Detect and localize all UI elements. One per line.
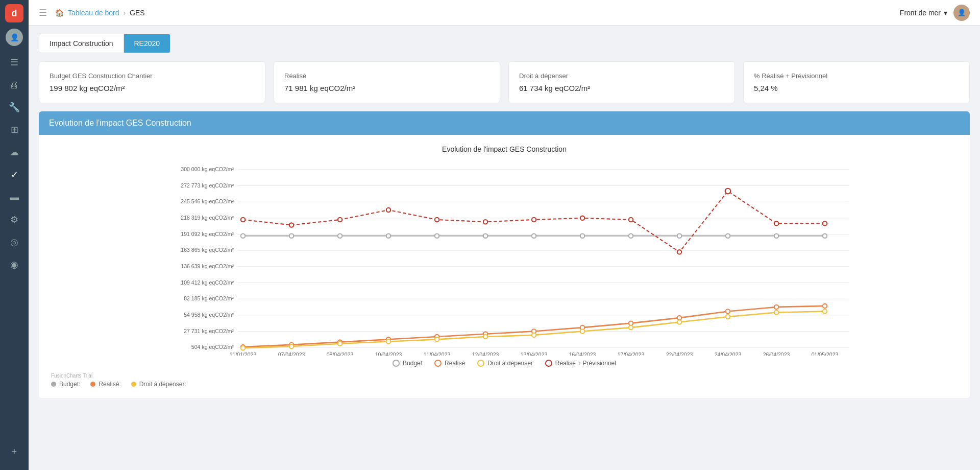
svg-text:01/05/2023: 01/05/2023 — [812, 351, 839, 356]
bottom-dot-budget — [51, 382, 56, 387]
legend-rp-dot — [545, 360, 552, 367]
chart-section-title: Evolution de l'impact GES Construction — [49, 119, 191, 127]
svg-point-66 — [386, 339, 390, 343]
bottom-legend-droit: Droit à dépenser: — [131, 381, 186, 388]
svg-point-67 — [435, 337, 439, 341]
svg-point-27 — [386, 233, 390, 238]
svg-point-69 — [532, 333, 536, 337]
svg-point-72 — [677, 320, 681, 324]
kpi-row: Budget GES Construction Chantier 199 802… — [39, 61, 970, 103]
svg-text:300 000 kg eqCO2/m²: 300 000 kg eqCO2/m² — [181, 166, 234, 172]
tools-icon[interactable]: 🔧 — [4, 97, 24, 118]
bottom-legend-realise: Réalisé: — [90, 381, 120, 388]
svg-point-32 — [629, 233, 633, 238]
user-avatar-topbar[interactable]: 👤 — [953, 5, 970, 21]
fusion-watermark: FusionCharts Trial — [51, 371, 958, 379]
bottom-label-budget: Budget: — [59, 381, 80, 388]
app-logo[interactable]: d — [5, 4, 23, 22]
legend-budget: Budget — [393, 360, 422, 367]
menu-hamburger-icon[interactable]: ☰ — [39, 7, 47, 18]
svg-text:11/04/2023: 11/04/2023 — [424, 351, 451, 356]
svg-text:11/01/2023: 11/01/2023 — [230, 351, 257, 356]
svg-text:245 546 kg eqCO2/m²: 245 546 kg eqCO2/m² — [181, 198, 234, 204]
svg-point-31 — [580, 233, 584, 238]
bottom-dot-realise — [90, 382, 95, 387]
svg-text:27 731 kg eqCO2/m²: 27 731 kg eqCO2/m² — [184, 328, 234, 334]
svg-point-62 — [823, 304, 827, 308]
kpi-budget-value: 199 802 kg eqCO2/m² — [50, 84, 255, 92]
breadcrumb-home-icon: 🏠 — [55, 9, 64, 17]
grid-icon[interactable]: ⊞ — [4, 120, 24, 140]
project-selector[interactable]: Front de mer ▾ — [900, 9, 947, 17]
breadcrumb-home[interactable]: Tableau de bord — [68, 9, 119, 17]
topbar: ☰ 🏠 Tableau de bord › GES Front de mer ▾… — [29, 0, 980, 26]
svg-text:10/04/2023: 10/04/2023 — [375, 351, 402, 356]
svg-point-38 — [289, 223, 293, 227]
kpi-previsionnel-value: 5,24 % — [754, 84, 959, 92]
cloud-icon[interactable]: ☁ — [4, 142, 24, 162]
topbar-right: Front de mer ▾ 👤 — [900, 5, 970, 21]
check-icon[interactable]: ✓ — [4, 165, 24, 185]
chart-header: Evolution de l'impact GES Construction — [39, 111, 970, 135]
location-icon[interactable]: ◉ — [4, 254, 24, 275]
svg-point-43 — [532, 218, 536, 222]
svg-point-28 — [435, 233, 439, 238]
svg-point-46 — [677, 250, 681, 254]
tab-re2020[interactable]: RE2020 — [124, 34, 170, 53]
svg-text:163 865 kg eqCO2/m²: 163 865 kg eqCO2/m² — [181, 247, 234, 253]
svg-text:109 412 kg eqCO2/m²: 109 412 kg eqCO2/m² — [181, 279, 234, 286]
svg-point-64 — [289, 344, 293, 348]
svg-point-68 — [483, 335, 487, 339]
globe-icon[interactable]: ◎ — [4, 232, 24, 252]
legend-rp: Réalisé + Prévisionnel — [545, 360, 616, 367]
svg-point-74 — [774, 310, 778, 314]
svg-point-60 — [726, 309, 730, 313]
kpi-droit-label: Droit à dépenser — [519, 72, 724, 80]
chart-svg: 300 000 kg eqCO2/m² 272 773 kg eqCO2/m² … — [49, 161, 960, 356]
chart-body: Evolution de l'impact GES Construction 3… — [39, 135, 970, 398]
kpi-budget-label: Budget GES Construction Chantier — [50, 72, 255, 80]
svg-point-29 — [483, 233, 487, 238]
print-icon[interactable]: 🖨 — [4, 75, 24, 95]
svg-point-40 — [386, 208, 390, 212]
svg-text:08/04/2023: 08/04/2023 — [327, 351, 354, 356]
kpi-realise-value: 71 981 kg eqCO2/m² — [284, 84, 489, 92]
chart-legend: Budget Réalisé Droit à dépenser Réalisé … — [49, 360, 960, 367]
svg-text:16/04/2023: 16/04/2023 — [569, 351, 596, 356]
legend-droit: Droit à dépenser — [477, 360, 533, 367]
breadcrumb-current: GES — [130, 9, 145, 17]
tab-impact-construction[interactable]: Impact Construction — [39, 34, 124, 53]
legend-budget-label: Budget — [403, 360, 422, 367]
legend-rp-label: Réalisé + Prévisionnel — [555, 360, 616, 367]
kpi-previsionnel: % Réalisé + Prévisionnel 5,24 % — [743, 61, 970, 103]
project-name: Front de mer — [900, 9, 941, 17]
settings-icon[interactable]: ⚙ — [4, 209, 24, 230]
bottom-label-droit: Droit à dépenser: — [139, 381, 186, 388]
svg-text:136 639 kg eqCO2/m²: 136 639 kg eqCO2/m² — [181, 263, 234, 269]
svg-text:17/04/2023: 17/04/2023 — [618, 351, 645, 356]
svg-point-33 — [677, 233, 681, 238]
bottom-label-realise: Réalisé: — [99, 381, 120, 388]
chevron-down-icon: ▾ — [944, 9, 947, 17]
legend-droit-dot — [477, 360, 484, 367]
svg-point-44 — [580, 216, 584, 220]
svg-text:218 319 kg eqCO2/m²: 218 319 kg eqCO2/m² — [181, 215, 234, 221]
plus-icon[interactable]: + — [4, 441, 24, 462]
kpi-realise-label: Réalisé — [284, 72, 489, 80]
svg-text:82 185 kg eqCO2/m²: 82 185 kg eqCO2/m² — [184, 295, 234, 301]
svg-text:54 958 kg eqCO2/m²: 54 958 kg eqCO2/m² — [184, 312, 234, 318]
svg-text:12/04/2023: 12/04/2023 — [472, 351, 499, 356]
svg-point-59 — [677, 316, 681, 320]
user-avatar-sidebar[interactable]: 👤 — [6, 29, 23, 46]
svg-point-70 — [580, 329, 584, 333]
legend-realise: Réalisé — [434, 360, 465, 367]
layout-icon[interactable]: ▬ — [4, 187, 24, 207]
menu-icon[interactable]: ☰ — [4, 52, 24, 73]
svg-point-41 — [435, 218, 439, 222]
svg-point-25 — [289, 233, 293, 238]
bottom-legend: Budget: Réalisé: Droit à dépenser: — [51, 381, 958, 388]
bottom-legend-budget: Budget: — [51, 381, 80, 388]
svg-point-75 — [823, 309, 827, 313]
kpi-realise: Réalisé 71 981 kg eqCO2/m² — [274, 61, 500, 103]
kpi-droit: Droit à dépenser 61 734 kg eqCO2/m² — [508, 61, 735, 103]
